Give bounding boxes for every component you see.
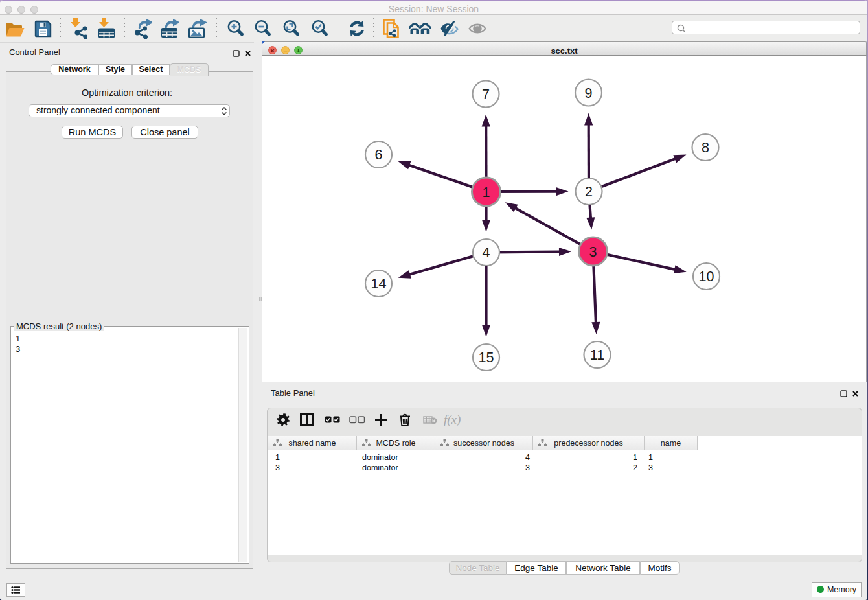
svg-text:1: 1 [483,185,490,200]
svg-text:3: 3 [589,244,597,260]
svg-text:8: 8 [702,140,709,156]
svg-text:10: 10 [699,269,714,284]
svg-text:6: 6 [375,147,383,163]
svg-text:9: 9 [585,86,593,101]
svg-text:4: 4 [483,245,490,260]
svg-text:15: 15 [479,350,494,365]
svg-text:14: 14 [371,276,387,292]
svg-text:2: 2 [585,184,593,200]
svg-text:11: 11 [590,347,604,363]
svg-text:7: 7 [482,87,490,102]
